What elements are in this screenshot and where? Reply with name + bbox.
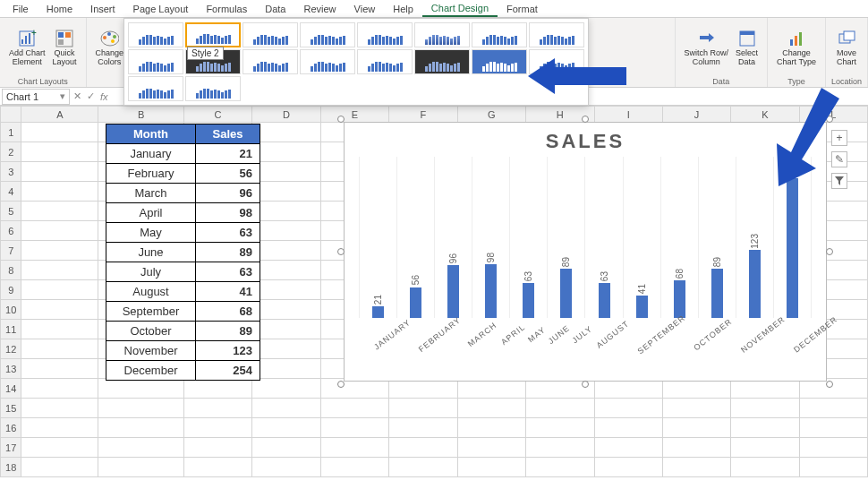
cell[interactable] xyxy=(183,418,251,438)
row-header-15[interactable]: 15 xyxy=(1,399,21,418)
col-header-J[interactable]: J xyxy=(662,107,730,123)
cell[interactable] xyxy=(21,261,98,280)
table-cell-month[interactable]: August xyxy=(106,282,196,302)
col-header-F[interactable]: F xyxy=(389,107,457,123)
table-cell-month[interactable]: March xyxy=(106,184,196,203)
fx-icon[interactable]: fx xyxy=(100,91,108,102)
cell[interactable] xyxy=(252,458,320,477)
table-cell-value[interactable]: 21 xyxy=(196,144,260,164)
cell[interactable] xyxy=(21,280,98,300)
chart-style-thumb-9[interactable] xyxy=(128,49,183,74)
cell[interactable] xyxy=(662,399,730,418)
bar-october[interactable]: 89 xyxy=(698,157,736,318)
chart-style-thumb-15[interactable] xyxy=(472,49,527,74)
cell[interactable] xyxy=(21,399,98,418)
cell[interactable] xyxy=(731,418,799,438)
cell[interactable] xyxy=(21,458,98,477)
cell[interactable] xyxy=(526,418,594,438)
cell[interactable] xyxy=(252,221,320,241)
tab-view[interactable]: View xyxy=(345,2,385,16)
col-header-B[interactable]: B xyxy=(98,107,183,123)
select-data-button[interactable]: SelectData xyxy=(732,27,762,69)
table-cell-value[interactable]: 41 xyxy=(196,282,260,302)
cell[interactable] xyxy=(594,399,662,418)
table-header[interactable]: Month xyxy=(106,124,196,144)
cell[interactable] xyxy=(252,182,320,202)
cell[interactable] xyxy=(320,399,388,418)
row-header-7[interactable]: 7 xyxy=(1,241,21,261)
row-header-10[interactable]: 10 xyxy=(1,300,21,320)
tab-format[interactable]: Format xyxy=(498,2,547,16)
bar[interactable] xyxy=(787,178,798,318)
row-header-18[interactable]: 18 xyxy=(1,458,21,477)
chart-style-thumb-11[interactable] xyxy=(243,49,298,74)
cell[interactable] xyxy=(457,418,525,438)
cell[interactable] xyxy=(98,418,183,438)
bar-august[interactable]: 41 xyxy=(623,157,660,318)
cell[interactable] xyxy=(21,162,98,182)
cell[interactable] xyxy=(98,399,183,418)
table-cell-month[interactable]: May xyxy=(106,223,196,243)
table-cell-value[interactable]: 63 xyxy=(196,223,260,243)
row-header-6[interactable]: 6 xyxy=(1,221,21,241)
bar-july[interactable]: 63 xyxy=(584,157,622,318)
table-cell-month[interactable]: January xyxy=(106,144,196,164)
cell[interactable] xyxy=(252,438,320,458)
cell[interactable] xyxy=(252,418,320,438)
col-header-I[interactable]: I xyxy=(594,107,662,123)
col-header-E[interactable]: E xyxy=(320,107,388,123)
worksheet[interactable]: ABCDEFGHIJKL123456789101112131415161718 … xyxy=(0,106,868,477)
chart-style-thumb-5[interactable] xyxy=(357,22,413,47)
bar-march[interactable]: 96 xyxy=(434,157,472,318)
table-cell-value[interactable]: 56 xyxy=(196,164,260,184)
row-header-4[interactable]: 4 xyxy=(1,182,21,202)
cell[interactable] xyxy=(21,339,98,359)
cell[interactable] xyxy=(731,438,799,458)
change-chart-type-button[interactable]: ChangeChart Type xyxy=(773,27,820,69)
cell[interactable] xyxy=(21,359,98,379)
table-cell-month[interactable]: December xyxy=(106,361,196,381)
row-header-17[interactable]: 17 xyxy=(1,438,21,458)
cell[interactable] xyxy=(731,399,799,418)
change-colors-button[interactable]: ChangeColors xyxy=(92,27,128,69)
cell[interactable] xyxy=(21,438,98,458)
cell[interactable] xyxy=(799,438,867,458)
cell[interactable] xyxy=(320,418,388,438)
table-cell-value[interactable]: 89 xyxy=(196,243,260,262)
cell[interactable] xyxy=(183,399,251,418)
table-cell-month[interactable]: June xyxy=(106,243,196,262)
cell[interactable] xyxy=(662,458,730,477)
cell[interactable] xyxy=(662,418,730,438)
chart-style-thumb-18[interactable] xyxy=(185,76,241,101)
table-cell-value[interactable]: 254 xyxy=(196,361,260,381)
tab-insert[interactable]: Insert xyxy=(81,2,124,16)
cell[interactable] xyxy=(252,339,320,359)
bar-may[interactable]: 63 xyxy=(509,157,547,318)
col-header-C[interactable]: C xyxy=(183,107,251,123)
chart-style-thumb-6[interactable] xyxy=(414,22,470,47)
cell[interactable] xyxy=(457,399,525,418)
cell[interactable] xyxy=(21,241,98,261)
cell[interactable] xyxy=(21,202,98,221)
table-cell-month[interactable]: July xyxy=(106,262,196,282)
cell[interactable] xyxy=(252,320,320,339)
tab-formulas[interactable]: Formulas xyxy=(197,2,256,16)
table-cell-value[interactable]: 123 xyxy=(196,341,260,361)
chart-styles-gallery[interactable]: Style 2 xyxy=(123,18,589,106)
cell[interactable] xyxy=(389,438,457,458)
cell[interactable] xyxy=(98,458,183,477)
table-cell-month[interactable]: February xyxy=(106,164,196,184)
chart-style-thumb-1[interactable] xyxy=(128,22,183,47)
row-header-16[interactable]: 16 xyxy=(1,418,21,438)
move-chart-button[interactable]: MoveChart xyxy=(833,27,860,69)
chart-style-thumb-8[interactable] xyxy=(529,22,584,47)
add-chart-element-button[interactable]: + Add ChartElement xyxy=(5,27,49,69)
cell[interactable] xyxy=(594,438,662,458)
row-header-5[interactable]: 5 xyxy=(1,202,21,221)
cell[interactable] xyxy=(21,320,98,339)
row-header-14[interactable]: 14 xyxy=(1,379,21,399)
table-cell-month[interactable]: April xyxy=(106,203,196,223)
table-header[interactable]: Sales xyxy=(196,124,260,144)
table-cell-value[interactable]: 68 xyxy=(196,302,260,322)
col-header-G[interactable]: G xyxy=(457,107,525,123)
